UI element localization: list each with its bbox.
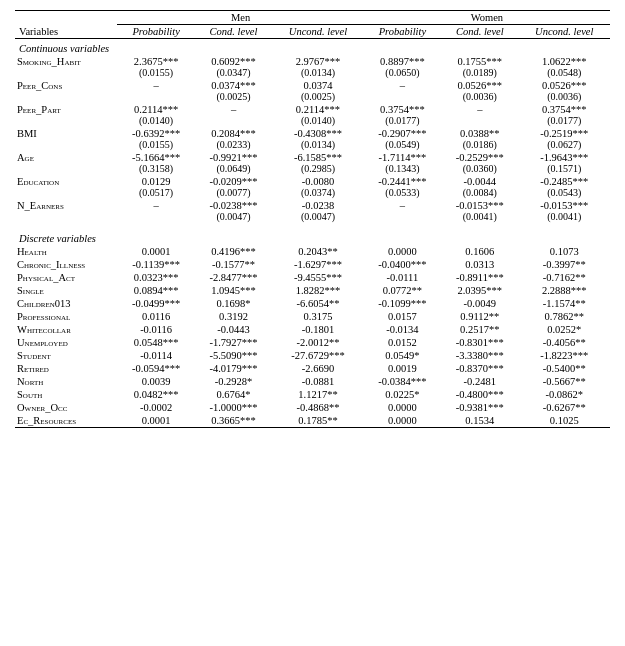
cell-value: -0.0153***(0.0041) [441, 199, 518, 223]
table-row: Smoking_Habit2.3675***(0.0155)0.6092***(… [15, 55, 610, 79]
cell-value: -2.8477*** [195, 271, 272, 284]
cell-value: -6.1585***(0.2985) [272, 151, 363, 175]
variable-name: Health [15, 245, 117, 258]
cell-value: 0.1698* [195, 297, 272, 310]
variable-name: Professional [15, 310, 117, 323]
cell-value: 0.0548*** [117, 336, 194, 349]
men-prob-header: Probability [117, 25, 194, 39]
cell-value: 0.0001 [117, 245, 194, 258]
cell-value: -0.9381*** [441, 401, 518, 414]
cell-value: -0.0049 [441, 297, 518, 310]
cell-value: – [195, 103, 272, 127]
cell-value: 0.0000 [364, 401, 441, 414]
variable-name: Chronic_Illness [15, 258, 117, 271]
cell-value: -0.4800*** [441, 388, 518, 401]
cell-value: 0.0323*** [117, 271, 194, 284]
group-header-row: Men Women [15, 11, 610, 25]
cell-value: -0.0881 [272, 375, 363, 388]
cell-value: -0.0134 [364, 323, 441, 336]
cell-value: 1.8282*** [272, 284, 363, 297]
cell-value: -0.0111 [364, 271, 441, 284]
cell-value: 0.0894*** [117, 284, 194, 297]
cell-value: 1.1217** [272, 388, 363, 401]
table-row: Age-5.1664***(0.3158)-0.9921***(0.0649)-… [15, 151, 610, 175]
cell-value: -3.3380*** [441, 349, 518, 362]
women-cond-header: Cond. level [441, 25, 518, 39]
cell-value: 0.2114***(0.0140) [117, 103, 194, 127]
variable-name: Peer_Cons [15, 79, 117, 103]
cell-value: -1.7927*** [195, 336, 272, 349]
table-row: Ec_Resources0.00010.3665***0.1785**0.000… [15, 414, 610, 428]
cell-value: 0.0157 [364, 310, 441, 323]
cell-value: -1.9643***(0.1571) [519, 151, 611, 175]
cell-value: -1.0000*** [195, 401, 272, 414]
cell-value: -0.2441***(0.0533) [364, 175, 441, 199]
variable-name: Ec_Resources [15, 414, 117, 428]
cell-value: 0.0000 [364, 245, 441, 258]
men-uncond-header: Uncond. level [272, 25, 363, 39]
cell-value: -0.0044(0.0084) [441, 175, 518, 199]
cell-value: 0.2114***(0.0140) [272, 103, 363, 127]
table-row: Physical_Act0.0323***-2.8477***-9.4555**… [15, 271, 610, 284]
table-row: Retired-0.0594***-4.0179***-2.66900.0019… [15, 362, 610, 375]
cell-value: -2.0012** [272, 336, 363, 349]
cell-value: 0.4196*** [195, 245, 272, 258]
cell-value: -9.4555*** [272, 271, 363, 284]
table-row: Health0.00010.4196***0.2043**0.00000.160… [15, 245, 610, 258]
cell-value: 0.0001 [117, 414, 194, 428]
variable-name: Student [15, 349, 117, 362]
cell-value: -0.0238***(0.0047) [195, 199, 272, 223]
cell-value: 0.3754***(0.0177) [364, 103, 441, 127]
main-table: Men Women Variables Probability Cond. le… [15, 10, 610, 428]
cell-value: 0.0526***(0.0036) [519, 79, 611, 103]
cell-value: -0.2519***(0.0627) [519, 127, 611, 151]
cell-value: -0.2485***(0.0543) [519, 175, 611, 199]
cell-value: -1.7114***(0.1343) [364, 151, 441, 175]
cell-value: -5.5090*** [195, 349, 272, 362]
variable-name: Smoking_Habit [15, 55, 117, 79]
cell-value: 0.0019 [364, 362, 441, 375]
cell-value: -27.6729*** [272, 349, 363, 362]
cell-value: 0.0152 [364, 336, 441, 349]
cell-value: -5.1664***(0.3158) [117, 151, 194, 175]
cell-value: -0.0002 [117, 401, 194, 414]
cell-value: -4.0179*** [195, 362, 272, 375]
cell-value: -0.0400*** [364, 258, 441, 271]
variable-name: Single [15, 284, 117, 297]
table-row: Children013-0.0499***0.1698*-6.6054**-0.… [15, 297, 610, 310]
table-row: South0.0482***0.6764*1.1217**0.0225*-0.4… [15, 388, 610, 401]
variable-name: Whitecollar [15, 323, 117, 336]
variable-name: South [15, 388, 117, 401]
cell-value: 0.6764* [195, 388, 272, 401]
cell-value: -6.6054** [272, 297, 363, 310]
cell-value: 0.0388**(0.0186) [441, 127, 518, 151]
cell-value: 0.0129(0.0517) [117, 175, 194, 199]
table-body: Continuous variablesSmoking_Habit2.3675*… [15, 39, 610, 428]
cell-value: 0.1534 [441, 414, 518, 428]
table-row: Professional0.01160.31920.31750.01570.91… [15, 310, 610, 323]
cell-value: -0.4868** [272, 401, 363, 414]
cell-value: -0.8370*** [441, 362, 518, 375]
cell-value: -0.5667** [519, 375, 611, 388]
table-row: Owner_Occ-0.0002-1.0000***-0.4868**0.000… [15, 401, 610, 414]
cell-value: -0.0116 [117, 323, 194, 336]
cell-value: – [441, 103, 518, 127]
section-discrete-header: Discrete variables [15, 229, 610, 245]
variable-name: Unemployed [15, 336, 117, 349]
table-row: Single0.0894***1.0945***1.8282***0.0772*… [15, 284, 610, 297]
cell-value: -0.0443 [195, 323, 272, 336]
cell-value: 0.3665*** [195, 414, 272, 428]
cell-value: -0.1139*** [117, 258, 194, 271]
cell-value: -0.6392***(0.0155) [117, 127, 194, 151]
cell-value: -0.0862* [519, 388, 611, 401]
table-row: Peer_Part0.2114***(0.0140)–0.2114***(0.0… [15, 103, 610, 127]
variable-name: Retired [15, 362, 117, 375]
cell-value: -0.2529***(0.0360) [441, 151, 518, 175]
variable-name: N_Earners [15, 199, 117, 223]
cell-value: -0.6267** [519, 401, 611, 414]
cell-value: 0.0225* [364, 388, 441, 401]
cell-value: 2.3675***(0.0155) [117, 55, 194, 79]
cell-value: 0.0482*** [117, 388, 194, 401]
men-cond-header: Cond. level [195, 25, 272, 39]
cell-value: 0.0000 [364, 414, 441, 428]
